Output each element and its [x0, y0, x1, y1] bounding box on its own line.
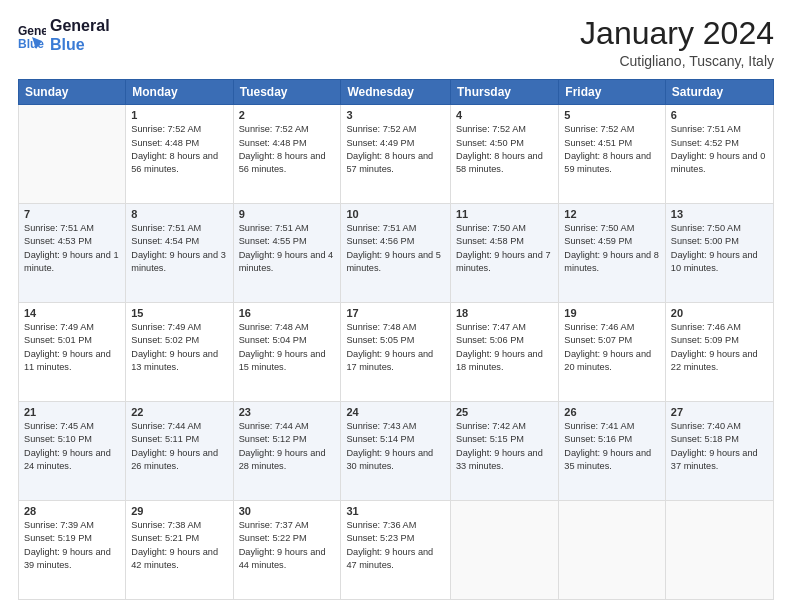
day-cell: 22Sunrise: 7:44 AM Sunset: 5:11 PM Dayli…	[126, 402, 233, 501]
day-info: Sunrise: 7:52 AM Sunset: 4:48 PM Dayligh…	[131, 123, 227, 176]
day-info: Sunrise: 7:52 AM Sunset: 4:50 PM Dayligh…	[456, 123, 553, 176]
week-row-3: 14Sunrise: 7:49 AM Sunset: 5:01 PM Dayli…	[19, 303, 774, 402]
col-header-monday: Monday	[126, 80, 233, 105]
day-cell: 29Sunrise: 7:38 AM Sunset: 5:21 PM Dayli…	[126, 501, 233, 600]
day-info: Sunrise: 7:51 AM Sunset: 4:52 PM Dayligh…	[671, 123, 768, 176]
day-number: 14	[24, 307, 120, 319]
day-cell: 27Sunrise: 7:40 AM Sunset: 5:18 PM Dayli…	[665, 402, 773, 501]
day-info: Sunrise: 7:51 AM Sunset: 4:53 PM Dayligh…	[24, 222, 120, 275]
day-number: 9	[239, 208, 336, 220]
week-row-2: 7Sunrise: 7:51 AM Sunset: 4:53 PM Daylig…	[19, 204, 774, 303]
day-number: 5	[564, 109, 660, 121]
day-cell: 7Sunrise: 7:51 AM Sunset: 4:53 PM Daylig…	[19, 204, 126, 303]
day-cell: 16Sunrise: 7:48 AM Sunset: 5:04 PM Dayli…	[233, 303, 341, 402]
day-info: Sunrise: 7:44 AM Sunset: 5:12 PM Dayligh…	[239, 420, 336, 473]
calendar-title: January 2024	[580, 16, 774, 51]
day-cell	[559, 501, 666, 600]
day-info: Sunrise: 7:43 AM Sunset: 5:14 PM Dayligh…	[346, 420, 445, 473]
day-number: 27	[671, 406, 768, 418]
day-info: Sunrise: 7:48 AM Sunset: 5:05 PM Dayligh…	[346, 321, 445, 374]
day-info: Sunrise: 7:52 AM Sunset: 4:49 PM Dayligh…	[346, 123, 445, 176]
day-number: 17	[346, 307, 445, 319]
day-number: 29	[131, 505, 227, 517]
day-info: Sunrise: 7:46 AM Sunset: 5:09 PM Dayligh…	[671, 321, 768, 374]
day-cell: 12Sunrise: 7:50 AM Sunset: 4:59 PM Dayli…	[559, 204, 666, 303]
week-row-5: 28Sunrise: 7:39 AM Sunset: 5:19 PM Dayli…	[19, 501, 774, 600]
day-info: Sunrise: 7:47 AM Sunset: 5:06 PM Dayligh…	[456, 321, 553, 374]
day-cell	[451, 501, 559, 600]
day-info: Sunrise: 7:50 AM Sunset: 4:59 PM Dayligh…	[564, 222, 660, 275]
day-cell: 1Sunrise: 7:52 AM Sunset: 4:48 PM Daylig…	[126, 105, 233, 204]
day-info: Sunrise: 7:50 AM Sunset: 5:00 PM Dayligh…	[671, 222, 768, 275]
day-info: Sunrise: 7:49 AM Sunset: 5:02 PM Dayligh…	[131, 321, 227, 374]
day-cell: 9Sunrise: 7:51 AM Sunset: 4:55 PM Daylig…	[233, 204, 341, 303]
day-cell: 10Sunrise: 7:51 AM Sunset: 4:56 PM Dayli…	[341, 204, 451, 303]
day-cell: 6Sunrise: 7:51 AM Sunset: 4:52 PM Daylig…	[665, 105, 773, 204]
day-cell: 23Sunrise: 7:44 AM Sunset: 5:12 PM Dayli…	[233, 402, 341, 501]
day-info: Sunrise: 7:40 AM Sunset: 5:18 PM Dayligh…	[671, 420, 768, 473]
day-number: 30	[239, 505, 336, 517]
day-cell: 26Sunrise: 7:41 AM Sunset: 5:16 PM Dayli…	[559, 402, 666, 501]
day-cell	[19, 105, 126, 204]
day-number: 31	[346, 505, 445, 517]
svg-text:Blue: Blue	[18, 37, 44, 49]
day-cell: 24Sunrise: 7:43 AM Sunset: 5:14 PM Dayli…	[341, 402, 451, 501]
logo-icon: General Blue	[18, 21, 46, 49]
day-number: 23	[239, 406, 336, 418]
col-header-tuesday: Tuesday	[233, 80, 341, 105]
day-info: Sunrise: 7:36 AM Sunset: 5:23 PM Dayligh…	[346, 519, 445, 572]
logo-blue: Blue	[50, 35, 110, 54]
day-cell: 13Sunrise: 7:50 AM Sunset: 5:00 PM Dayli…	[665, 204, 773, 303]
day-cell: 25Sunrise: 7:42 AM Sunset: 5:15 PM Dayli…	[451, 402, 559, 501]
day-cell: 14Sunrise: 7:49 AM Sunset: 5:01 PM Dayli…	[19, 303, 126, 402]
day-info: Sunrise: 7:41 AM Sunset: 5:16 PM Dayligh…	[564, 420, 660, 473]
day-number: 21	[24, 406, 120, 418]
day-info: Sunrise: 7:38 AM Sunset: 5:21 PM Dayligh…	[131, 519, 227, 572]
day-info: Sunrise: 7:52 AM Sunset: 4:51 PM Dayligh…	[564, 123, 660, 176]
day-number: 24	[346, 406, 445, 418]
day-number: 26	[564, 406, 660, 418]
header: General Blue General Blue January 2024 C…	[18, 16, 774, 69]
day-cell: 2Sunrise: 7:52 AM Sunset: 4:48 PM Daylig…	[233, 105, 341, 204]
day-number: 11	[456, 208, 553, 220]
day-number: 20	[671, 307, 768, 319]
day-number: 10	[346, 208, 445, 220]
day-cell: 3Sunrise: 7:52 AM Sunset: 4:49 PM Daylig…	[341, 105, 451, 204]
day-number: 19	[564, 307, 660, 319]
day-cell: 31Sunrise: 7:36 AM Sunset: 5:23 PM Dayli…	[341, 501, 451, 600]
day-info: Sunrise: 7:50 AM Sunset: 4:58 PM Dayligh…	[456, 222, 553, 275]
day-number: 1	[131, 109, 227, 121]
calendar-subtitle: Cutigliano, Tuscany, Italy	[580, 53, 774, 69]
logo: General Blue General Blue	[18, 16, 110, 54]
day-cell: 17Sunrise: 7:48 AM Sunset: 5:05 PM Dayli…	[341, 303, 451, 402]
week-row-1: 1Sunrise: 7:52 AM Sunset: 4:48 PM Daylig…	[19, 105, 774, 204]
day-info: Sunrise: 7:49 AM Sunset: 5:01 PM Dayligh…	[24, 321, 120, 374]
col-header-thursday: Thursday	[451, 80, 559, 105]
day-info: Sunrise: 7:42 AM Sunset: 5:15 PM Dayligh…	[456, 420, 553, 473]
day-number: 15	[131, 307, 227, 319]
day-info: Sunrise: 7:46 AM Sunset: 5:07 PM Dayligh…	[564, 321, 660, 374]
day-cell: 28Sunrise: 7:39 AM Sunset: 5:19 PM Dayli…	[19, 501, 126, 600]
col-header-saturday: Saturday	[665, 80, 773, 105]
title-block: January 2024 Cutigliano, Tuscany, Italy	[580, 16, 774, 69]
day-cell: 11Sunrise: 7:50 AM Sunset: 4:58 PM Dayli…	[451, 204, 559, 303]
day-number: 6	[671, 109, 768, 121]
page: General Blue General Blue January 2024 C…	[0, 0, 792, 612]
day-info: Sunrise: 7:39 AM Sunset: 5:19 PM Dayligh…	[24, 519, 120, 572]
day-info: Sunrise: 7:51 AM Sunset: 4:55 PM Dayligh…	[239, 222, 336, 275]
col-header-sunday: Sunday	[19, 80, 126, 105]
col-header-wednesday: Wednesday	[341, 80, 451, 105]
day-cell	[665, 501, 773, 600]
day-number: 16	[239, 307, 336, 319]
day-info: Sunrise: 7:51 AM Sunset: 4:54 PM Dayligh…	[131, 222, 227, 275]
day-number: 3	[346, 109, 445, 121]
day-cell: 20Sunrise: 7:46 AM Sunset: 5:09 PM Dayli…	[665, 303, 773, 402]
day-cell: 30Sunrise: 7:37 AM Sunset: 5:22 PM Dayli…	[233, 501, 341, 600]
week-row-4: 21Sunrise: 7:45 AM Sunset: 5:10 PM Dayli…	[19, 402, 774, 501]
day-cell: 5Sunrise: 7:52 AM Sunset: 4:51 PM Daylig…	[559, 105, 666, 204]
day-cell: 15Sunrise: 7:49 AM Sunset: 5:02 PM Dayli…	[126, 303, 233, 402]
day-cell: 19Sunrise: 7:46 AM Sunset: 5:07 PM Dayli…	[559, 303, 666, 402]
day-number: 4	[456, 109, 553, 121]
day-number: 8	[131, 208, 227, 220]
day-info: Sunrise: 7:52 AM Sunset: 4:48 PM Dayligh…	[239, 123, 336, 176]
